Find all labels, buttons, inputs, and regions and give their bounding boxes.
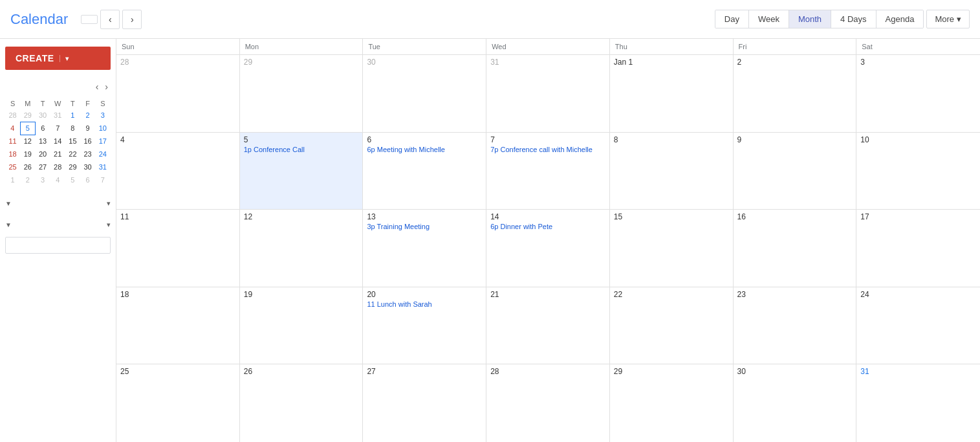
mini-cal-day[interactable]: 4 xyxy=(5,122,20,135)
mini-cal-day[interactable]: 2 xyxy=(20,173,35,186)
view-week-button[interactable]: Week xyxy=(749,10,789,28)
table-row[interactable]: 27 xyxy=(363,364,486,442)
view-4days-button[interactable]: 4 Days xyxy=(831,10,876,28)
mini-cal-day[interactable]: 31 xyxy=(95,160,110,173)
table-row[interactable]: 18 xyxy=(116,287,240,364)
mini-cal-day[interactable]: 8 xyxy=(65,122,80,135)
mini-cal-day[interactable]: 10 xyxy=(95,122,110,135)
mini-cal-day[interactable]: 28 xyxy=(5,109,20,122)
mini-cal-day[interactable]: 19 xyxy=(20,148,35,160)
mini-cal-day[interactable]: 5 xyxy=(65,173,80,186)
mini-cal-day[interactable]: 30 xyxy=(80,160,95,173)
next-button[interactable]: › xyxy=(122,10,142,29)
mini-cal-day[interactable]: 5 xyxy=(20,122,35,135)
table-row[interactable]: 12 xyxy=(240,210,364,287)
table-row[interactable]: 3 xyxy=(856,55,980,132)
table-row[interactable]: 31 xyxy=(486,55,610,132)
mini-cal-day[interactable]: 28 xyxy=(50,160,65,173)
more-button[interactable]: More ▾ xyxy=(926,10,970,28)
table-row[interactable]: 77p Conference call with Michelle xyxy=(486,133,610,210)
mini-cal-day[interactable]: 18 xyxy=(5,148,20,160)
table-row[interactable]: Jan 1 xyxy=(610,55,734,132)
table-row[interactable]: 66p Meeting with Michelle xyxy=(363,133,486,210)
mini-cal-day[interactable]: 24 xyxy=(95,148,110,160)
table-row[interactable]: 29 xyxy=(240,55,364,132)
mini-cal-day[interactable]: 1 xyxy=(65,109,80,122)
mini-cal-day[interactable]: 31 xyxy=(50,109,65,122)
mini-cal-day[interactable]: 17 xyxy=(95,135,110,148)
table-row[interactable]: 29 xyxy=(610,364,734,442)
table-row[interactable]: 23 xyxy=(734,287,857,364)
mini-cal-day[interactable]: 27 xyxy=(35,160,50,173)
mini-cal-day[interactable]: 14 xyxy=(50,135,65,148)
mini-cal-day[interactable]: 7 xyxy=(50,122,65,135)
mini-cal-day[interactable]: 6 xyxy=(35,122,50,135)
my-cal-expand-btn[interactable]: ▾ xyxy=(107,199,111,208)
table-row[interactable]: 22 xyxy=(610,287,734,364)
table-row[interactable]: 26 xyxy=(240,364,364,442)
table-row[interactable]: 30 xyxy=(734,364,857,442)
mini-cal-day[interactable]: 6 xyxy=(80,173,95,186)
mini-cal-day[interactable]: 2 xyxy=(80,109,95,122)
table-row[interactable]: 10 xyxy=(856,133,980,210)
list-item[interactable]: 1p Conference Call xyxy=(244,146,359,153)
mini-cal-day[interactable]: 1 xyxy=(5,173,20,186)
mini-prev-button[interactable]: ‹ xyxy=(93,80,102,93)
table-row[interactable]: 2011 Lunch with Sarah xyxy=(363,287,486,364)
table-row[interactable]: 24 xyxy=(856,287,980,364)
table-row[interactable]: 146p Dinner with Pete xyxy=(486,210,610,287)
mini-cal-day[interactable]: 3 xyxy=(35,173,50,186)
mini-cal-day[interactable]: 25 xyxy=(5,160,20,173)
table-row[interactable]: 133p Training Meeting xyxy=(363,210,486,287)
mini-cal-day[interactable]: 22 xyxy=(65,148,80,160)
list-item[interactable]: 6p Meeting with Michelle xyxy=(367,146,482,153)
mini-cal-day[interactable]: 13 xyxy=(35,135,50,148)
table-row[interactable]: 51p Conference Call xyxy=(240,133,364,210)
table-row[interactable]: 31 xyxy=(856,364,980,442)
table-row[interactable]: 8 xyxy=(610,133,734,210)
table-row[interactable]: 28 xyxy=(116,55,240,132)
other-calendars-header[interactable]: ▼ ▾ xyxy=(5,218,111,232)
list-item[interactable]: 11 Lunch with Sarah xyxy=(367,300,482,308)
list-item[interactable]: 6p Dinner with Pete xyxy=(490,223,605,230)
add-friend-calendar-input[interactable] xyxy=(5,237,111,254)
mini-cal-day[interactable]: 12 xyxy=(20,135,35,148)
table-row[interactable]: 4 xyxy=(116,133,240,210)
view-month-button[interactable]: Month xyxy=(789,10,831,28)
today-button[interactable] xyxy=(81,15,98,24)
view-agenda-button[interactable]: Agenda xyxy=(877,10,924,28)
mini-cal-day[interactable]: 30 xyxy=(35,109,50,122)
list-item[interactable]: 3p Training Meeting xyxy=(367,223,482,230)
app-logo[interactable]: Calendar xyxy=(10,11,68,28)
mini-cal-day[interactable]: 29 xyxy=(65,160,80,173)
my-calendars-header[interactable]: ▼ ▾ xyxy=(5,197,111,210)
table-row[interactable]: 25 xyxy=(116,364,240,442)
mini-cal-day[interactable]: 26 xyxy=(20,160,35,173)
table-row[interactable]: 9 xyxy=(734,133,857,210)
mini-cal-day[interactable]: 23 xyxy=(80,148,95,160)
mini-cal-day[interactable]: 3 xyxy=(95,109,110,122)
table-row[interactable]: 21 xyxy=(486,287,610,364)
other-cal-expand-btn[interactable]: ▾ xyxy=(107,221,111,229)
table-row[interactable]: 19 xyxy=(240,287,364,364)
view-day-button[interactable]: Day xyxy=(715,10,749,28)
table-row[interactable]: 30 xyxy=(363,55,486,132)
prev-button[interactable]: ‹ xyxy=(100,10,120,29)
mini-cal-day[interactable]: 4 xyxy=(50,173,65,186)
mini-cal-day[interactable]: 21 xyxy=(50,148,65,160)
mini-cal-day[interactable]: 7 xyxy=(95,173,110,186)
create-button[interactable]: CREATE ▾ xyxy=(5,47,111,70)
table-row[interactable]: 16 xyxy=(734,210,857,287)
list-item[interactable]: 7p Conference call with Michelle xyxy=(490,146,605,153)
mini-cal-day[interactable]: 11 xyxy=(5,135,20,148)
table-row[interactable]: 28 xyxy=(486,364,610,442)
table-row[interactable]: 15 xyxy=(610,210,734,287)
mini-cal-day[interactable]: 20 xyxy=(35,148,50,160)
table-row[interactable]: 11 xyxy=(116,210,240,287)
mini-next-button[interactable]: › xyxy=(102,80,111,93)
mini-cal-day[interactable]: 16 xyxy=(80,135,95,148)
table-row[interactable]: 17 xyxy=(856,210,980,287)
mini-cal-day[interactable]: 29 xyxy=(20,109,35,122)
mini-cal-day[interactable]: 15 xyxy=(65,135,80,148)
table-row[interactable]: 2 xyxy=(734,55,857,132)
